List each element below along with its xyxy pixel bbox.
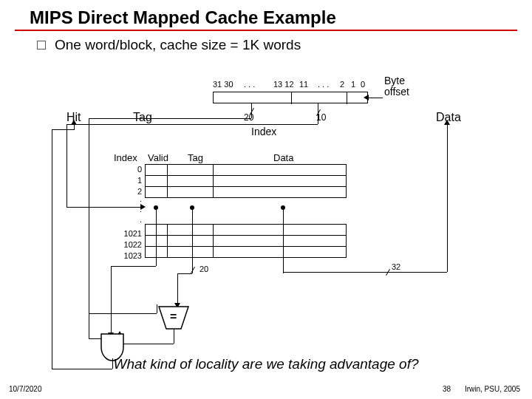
wire-tagout-h [177,273,192,274]
wire-valid-d2 [111,266,112,334]
idx-1: 1 [120,175,142,186]
slide-title: MIPS Direct Mapped Cache Example [0,0,532,30]
hdr-valid: Valid [148,152,168,163]
subtitle-row: One word/block, cache size = 1K words [0,37,532,53]
wire-addrtag-to-cmp [89,313,157,314]
wire-tagout-d [192,207,193,273]
wire-cmp-h [120,344,174,344]
bullet-icon [37,41,46,50]
bit-13-12: 13 12 [273,80,294,89]
wire-and-up [52,129,52,369]
table-dots [146,207,347,216]
table-row [146,165,347,176]
footer-page: 38 [443,385,451,393]
question-text: What kind of locality are we taking adva… [0,356,532,372]
addr-divider-1 [291,92,292,104]
hdr-tag: Tag [188,152,203,163]
bit-0: 0 [361,80,365,89]
bit-1: 1 [351,80,355,89]
tag-label: Tag [133,111,152,124]
wire-dataout-d [283,207,284,273]
idx-0: 0 [120,164,142,175]
arrow-byteoff [364,95,369,100]
tag-width-20: 20 [244,112,253,123]
wire-addrtag-v [157,304,157,313]
wire-data-v [447,124,448,272]
wire-and-top [52,129,74,130]
byte-offset-label: Byte offset [384,75,409,98]
wire-index-v2 [66,124,67,207]
idx-2: 2 [120,186,142,197]
cache-table [145,164,347,258]
table-row [146,247,347,258]
addr-divider-2 [347,92,347,104]
bit-dots2: . . . [318,80,329,89]
data-width-32: 32 [392,262,400,271]
wire-valid-d [156,207,157,266]
wire-tag-h [89,118,251,119]
index-numbers: 0 1 2 . . . 1021 1022 1023 [120,164,142,262]
footer-credit: Irwin, PSU, 2005 [465,385,520,393]
arrow-data-out [444,120,450,125]
index-label: Index [251,126,276,137]
wire-tagout-d2 [177,273,178,304]
slash-tagcmp [191,267,195,273]
wire-valid-h [111,266,156,267]
table-dots [146,216,347,225]
wire-tag-v2 [89,118,89,338]
table-row [146,236,347,247]
table-dots [146,198,347,207]
table-row [146,187,347,198]
idx-1021: 1021 [120,228,142,239]
bit-31-30: 31 30 [213,80,233,89]
hdr-data: Data [273,152,293,163]
table-row [146,225,347,236]
subtitle-text: One word/block, cache size = 1K words [55,37,301,53]
idx-1022: 1022 [120,239,142,250]
address-box [213,92,368,103]
wire-index-h [66,124,318,125]
table-row [146,176,347,187]
wire-byteoff [368,98,383,98]
wire-hit-v [74,124,75,130]
wire-addrtag-d [89,313,89,338]
hdr-index: Index [114,152,137,163]
idx-1023: 1023 [120,250,142,262]
bit-11: 11 [299,80,308,89]
wire-cmp-out [174,329,174,344]
bit-dots1: . . . [244,80,255,89]
wire-dataout-h [283,272,447,273]
title-underline [15,30,517,31]
eq-label: = [170,310,177,324]
footer-date: 10/7/2020 [9,385,42,393]
cache-diagram: 31 30 . . . 13 12 11 . . . 2 1 0 Byte of… [30,59,502,355]
tag-cmp-width: 20 [200,265,208,273]
bit-2: 2 [340,80,344,89]
